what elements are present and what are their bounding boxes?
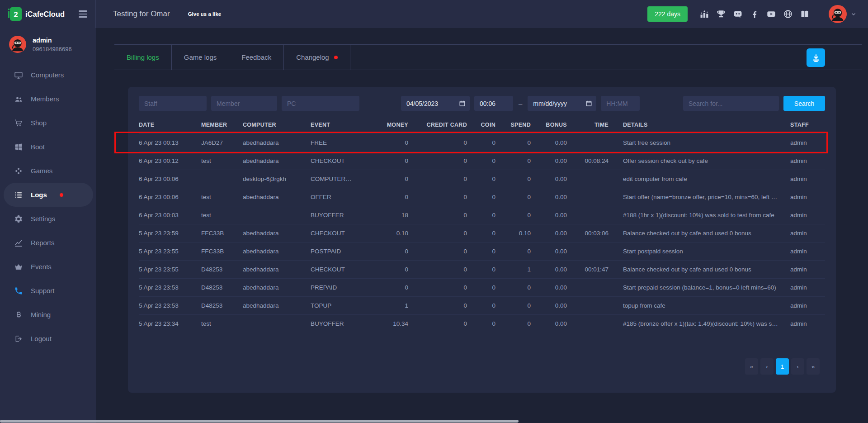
table-cell: 0 <box>414 176 472 182</box>
column-header-staff: STAFF <box>786 122 825 128</box>
table-cell: 6 Apr 23 00:06 <box>139 176 201 182</box>
pc-filter-input[interactable] <box>282 96 359 111</box>
sidebar-item-logs[interactable]: Logs <box>4 183 93 207</box>
column-header-money: MONEY <box>360 122 414 128</box>
table-cell: Start free session <box>614 139 786 146</box>
sidebar-item-reports[interactable]: Reports <box>0 231 96 255</box>
tab-label: Game logs <box>184 53 217 61</box>
column-header-coin: COIN <box>472 122 501 128</box>
column-header-bonus: BONUS <box>536 122 572 128</box>
time-from-input[interactable] <box>474 96 513 111</box>
app-logo[interactable]: 2 iCafeCloud <box>8 7 65 21</box>
tab-label: Changelog <box>296 53 329 61</box>
table-cell: #185 (bronze offer x 1)(tax: 1.49)(disco… <box>614 320 786 327</box>
billing-logs-table: DATEMEMBERCOMPUTEREVENTMONEYCREDIT CARDC… <box>139 116 825 333</box>
table-cell: 0 <box>472 139 501 146</box>
first-page-button[interactable]: « <box>745 358 758 375</box>
column-header-event: EVENT <box>311 122 360 128</box>
sidebar-nav: ComputersMembersShopBootGamesLogsSetting… <box>0 63 96 351</box>
column-header-details: DETAILS <box>614 122 786 128</box>
table-cell: 0 <box>501 139 536 146</box>
table-cell: test <box>201 157 243 164</box>
table-cell: D48253 <box>201 284 243 291</box>
search-input[interactable] <box>683 96 779 111</box>
table-cell: JA6D27 <box>201 139 243 146</box>
tab-bar: Billing logsGame logsFeedbackChangelog <box>114 44 862 70</box>
table-cell: 0.00 <box>536 212 572 219</box>
page-title: Testing for Omar <box>113 10 170 19</box>
sidebar-item-logout[interactable]: Logout <box>0 327 96 351</box>
ranking-icon[interactable] <box>699 9 709 19</box>
notification-dot <box>334 56 338 59</box>
staff-filter-input[interactable] <box>139 96 207 111</box>
table-cell: 0 <box>360 194 414 200</box>
prev-page-button[interactable]: ‹ <box>760 358 774 375</box>
hamburger-menu-icon[interactable] <box>78 9 88 19</box>
table-cell: 5 Apr 23 23:53 <box>139 302 201 309</box>
table-cell: 0 <box>414 284 472 291</box>
member-filter-input[interactable] <box>211 96 277 111</box>
table-row: 5 Apr 23 23:53D48253abedhaddaraPREPAID00… <box>139 278 825 296</box>
table-cell: 0 <box>360 176 414 182</box>
table-cell: 00:08:24 <box>572 157 614 164</box>
last-page-button[interactable]: » <box>807 358 820 375</box>
table-cell: OFFER <box>311 194 360 200</box>
table-cell: COMPUTEREDIT <box>311 176 360 182</box>
sidebar-item-mining[interactable]: Mining <box>0 303 96 327</box>
sidebar-item-settings[interactable]: Settings <box>0 207 96 231</box>
sidebar-item-members[interactable]: Members <box>0 87 96 111</box>
table-cell: 0 <box>501 194 536 200</box>
tab-billing-logs[interactable]: Billing logs <box>114 45 172 70</box>
windows-icon <box>14 143 23 152</box>
sidebar-item-label: Logs <box>31 191 47 199</box>
next-page-button[interactable]: › <box>791 358 804 375</box>
table-cell: 0 <box>360 284 414 291</box>
table-cell: 0 <box>360 266 414 273</box>
sidebar-item-support[interactable]: Support <box>0 279 96 303</box>
table-cell: 0 <box>472 248 501 255</box>
time-to-input[interactable] <box>601 96 640 111</box>
user-menu[interactable] <box>829 5 857 23</box>
sidebar-item-events[interactable]: Events <box>0 255 96 279</box>
youtube-icon[interactable] <box>766 9 776 19</box>
search-button[interactable]: Search <box>783 96 825 111</box>
calendar-icon[interactable] <box>585 100 592 107</box>
sidebar-item-boot[interactable]: Boot <box>0 135 96 159</box>
table-cell: Start postpaid session <box>614 248 786 255</box>
discord-icon[interactable] <box>733 9 743 19</box>
table-cell: 0.00 <box>536 139 572 146</box>
table-cell: 0 <box>472 157 501 164</box>
table-cell: 0 <box>501 302 536 309</box>
tab-feedback[interactable]: Feedback <box>229 45 284 70</box>
sidebar-item-computers[interactable]: Computers <box>0 63 96 87</box>
table-cell: admin <box>786 248 825 255</box>
calendar-icon[interactable] <box>459 100 466 107</box>
sidebar-item-label: Boot <box>31 143 45 151</box>
icafecloud-logo-icon: 2 <box>8 7 22 21</box>
table-cell: Start offer (name=bronze offer, price=10… <box>614 194 786 200</box>
give-us-a-like-link[interactable]: Give us a like <box>188 11 222 17</box>
user-phone: 096184986696 <box>33 46 72 52</box>
tab-game-logs[interactable]: Game logs <box>172 45 230 70</box>
horizontal-scrollbar[interactable] <box>0 420 519 423</box>
table-cell: 6 Apr 23 00:06 <box>139 194 201 200</box>
page-button[interactable]: 1 <box>776 358 789 375</box>
globe-icon[interactable] <box>783 9 793 19</box>
trophy-icon[interactable] <box>716 9 726 19</box>
logo-area: 2 iCafeCloud <box>0 0 96 28</box>
sidebar-item-label: Computers <box>31 71 64 79</box>
download-button[interactable] <box>807 48 825 67</box>
sidebar-item-shop[interactable]: Shop <box>0 111 96 135</box>
table-cell: admin <box>786 284 825 291</box>
table-row: 5 Apr 23 23:53D48253abedhaddaraTOPUP1000… <box>139 296 825 314</box>
tab-changelog[interactable]: Changelog <box>284 45 350 70</box>
sidebar-item-games[interactable]: Games <box>0 159 96 183</box>
table-cell: 0 <box>414 320 472 327</box>
table-cell: edit computer from cafe <box>614 176 786 182</box>
table-cell: 6 Apr 23 00:13 <box>139 139 201 146</box>
book-icon[interactable] <box>800 9 810 19</box>
days-remaining-button[interactable]: 222 days <box>647 6 688 22</box>
table-cell: 0 <box>501 320 536 327</box>
table-cell: 5 Apr 23 23:55 <box>139 248 201 255</box>
facebook-icon[interactable] <box>750 9 760 19</box>
